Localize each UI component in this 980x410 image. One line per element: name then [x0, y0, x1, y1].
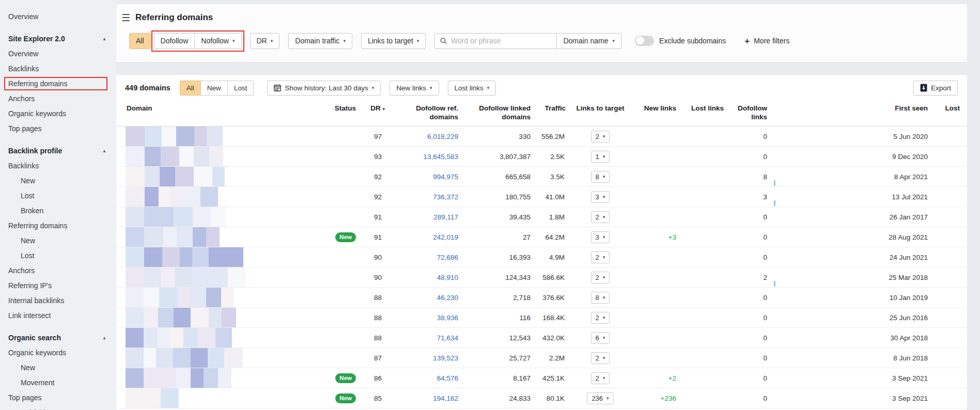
sidebar-section-backlink-profile[interactable]: Backlink profile▲ [8, 144, 110, 159]
sidebar-item-broken[interactable]: Broken [8, 203, 110, 218]
domain-cell[interactable] [116, 348, 323, 368]
dofollow-ref-domains-cell[interactable]: 38,936 [385, 308, 458, 328]
sidebar-item-movement[interactable]: Movement [8, 375, 110, 390]
tab-all[interactable]: All [180, 81, 201, 96]
exclude-subdomains-toggle[interactable] [635, 36, 654, 46]
collapse-up-icon[interactable]: ▲ [102, 330, 106, 345]
lost-links-button[interactable]: Lost links ▾ [448, 81, 496, 96]
search-box[interactable] [435, 34, 556, 49]
filter-dr-button[interactable]: DR ▾ [250, 33, 280, 49]
dofollow-ref-domains-cell[interactable]: 289,117 [385, 207, 458, 227]
col-lost-links[interactable]: Lost links [679, 99, 726, 127]
domain-cell[interactable] [116, 207, 323, 227]
ref-domains-link[interactable]: 72,686 [437, 254, 458, 261]
links-to-target-dropdown[interactable]: 6▾ [591, 332, 610, 344]
dofollow-ref-domains-cell[interactable]: 6,018,229 [385, 127, 458, 147]
sidebar-item-overview[interactable]: Overview [8, 46, 110, 61]
sidebar-item-internal-backlinks[interactable]: Internal backlinks [8, 293, 110, 308]
export-button[interactable]: Export [913, 81, 958, 96]
ref-domains-link[interactable]: 64,576 [437, 374, 458, 382]
filter-dofollow-button[interactable]: Dofollow [154, 33, 195, 49]
domain-cell[interactable] [116, 328, 323, 348]
filter-all-button[interactable]: All [129, 33, 151, 49]
links-to-target-dropdown[interactable]: 2▾ [591, 131, 610, 143]
tab-lost[interactable]: Lost [227, 81, 254, 96]
show-history-button[interactable]: Show history: Last 30 days ▾ [267, 81, 381, 96]
sidebar-item-lost[interactable]: Lost [8, 248, 110, 263]
search-input[interactable] [451, 37, 551, 45]
ref-domains-link[interactable]: 194,162 [433, 395, 458, 402]
ref-domains-link[interactable]: 13,645,583 [423, 153, 458, 161]
dofollow-ref-domains-cell[interactable]: 71,634 [385, 328, 458, 348]
domain-cell[interactable] [116, 288, 323, 308]
filter-nofollow-button[interactable]: Nofollow ▾ [194, 33, 241, 49]
dofollow-ref-domains-cell[interactable]: 994,975 [385, 167, 458, 187]
filter-links-to-target-button[interactable]: Links to target ▾ [361, 33, 426, 49]
ref-domains-link[interactable]: 46,230 [437, 294, 458, 302]
links-to-target-dropdown[interactable]: 2▾ [591, 372, 610, 384]
col-new-links[interactable]: New links [633, 99, 679, 127]
sidebar-item-top-subfolders[interactable]: Top subfolders [8, 405, 110, 410]
links-to-target-dropdown[interactable]: 2▾ [591, 352, 610, 364]
ref-domains-link[interactable]: 289,117 [433, 213, 458, 221]
collapse-up-icon[interactable]: ▲ [102, 144, 106, 159]
ref-domains-link[interactable]: 139,523 [433, 354, 458, 362]
sidebar-section-organic-search[interactable]: Organic search▲ [8, 330, 110, 345]
sidebar-item-new[interactable]: New [8, 233, 110, 248]
dofollow-ref-domains-cell[interactable]: 736,372 [385, 187, 458, 207]
links-to-target-dropdown[interactable]: 236▾ [587, 392, 613, 404]
col-dofollow-linked-domains[interactable]: Dofollow linked domains [458, 99, 531, 127]
sidebar-item-top-pages[interactable]: Top pages [8, 121, 110, 136]
col-traffic[interactable]: Traffic [531, 99, 568, 127]
collapse-up-icon[interactable]: ▲ [102, 31, 106, 46]
sidebar-item-anchors[interactable]: Anchors [8, 263, 110, 278]
links-to-target-dropdown[interactable]: 2▾ [591, 312, 610, 324]
col-links-to-target[interactable]: Links to target [568, 99, 633, 127]
ref-domains-link[interactable]: 736,372 [433, 193, 458, 201]
sidebar-item-organic-keywords[interactable]: Organic keywords [8, 106, 110, 121]
sidebar-item-backlinks[interactable]: Backlinks [8, 159, 110, 174]
ref-domains-link[interactable]: 38,936 [437, 314, 458, 322]
sidebar-item-referring-domains[interactable]: Referring domains [8, 76, 110, 91]
domain-cell[interactable] [116, 388, 323, 408]
dofollow-ref-domains-cell[interactable]: 242,019 [385, 227, 458, 247]
domain-cell[interactable] [116, 308, 323, 328]
sidebar-item-top-pages[interactable]: Top pages [8, 390, 110, 405]
col-first-seen[interactable]: First seen [773, 99, 928, 127]
dofollow-ref-domains-cell[interactable]: 139,523 [385, 348, 458, 368]
col-dr[interactable]: DR ▾ [356, 99, 385, 127]
dofollow-ref-domains-cell[interactable]: 46,230 [385, 288, 458, 308]
new-links-button[interactable]: New links ▾ [390, 81, 439, 96]
sidebar-item-lost[interactable]: Lost [8, 188, 110, 203]
hamburger-menu-icon[interactable]: ☰ [121, 13, 130, 23]
col-status[interactable]: Status [323, 99, 356, 127]
links-to-target-dropdown[interactable]: 3▾ [591, 191, 610, 203]
sidebar-item-backlinks[interactable]: Backlinks [8, 61, 110, 76]
sidebar-item-new[interactable]: New [8, 360, 110, 375]
sidebar-item-new[interactable]: New [8, 174, 110, 188]
col-domain[interactable]: Domain [116, 99, 323, 127]
links-to-target-dropdown[interactable]: 3▾ [591, 231, 610, 243]
sidebar-item-organic-keywords[interactable]: Organic keywords [8, 345, 110, 360]
domain-cell[interactable] [116, 127, 323, 147]
tab-new[interactable]: New [200, 81, 228, 96]
domain-cell[interactable] [116, 247, 323, 267]
links-to-target-dropdown[interactable]: 2▾ [591, 251, 610, 263]
domain-cell[interactable] [116, 368, 323, 388]
dofollow-ref-domains-cell[interactable]: 13,645,583 [385, 147, 458, 167]
more-filters-button[interactable]: + More filters [744, 37, 789, 45]
links-to-target-dropdown[interactable]: 2▾ [591, 272, 610, 283]
filter-domain-traffic-button[interactable]: Domain traffic ▾ [288, 33, 352, 49]
col-dofollow-links[interactable]: Dofollow links [726, 99, 773, 127]
domain-cell[interactable] [116, 167, 323, 187]
links-to-target-dropdown[interactable]: 2▾ [591, 211, 610, 223]
dofollow-ref-domains-cell[interactable]: 72,686 [385, 247, 458, 267]
sidebar-item-referring-ip-s[interactable]: Referring IP's [8, 278, 110, 293]
ref-domains-link[interactable]: 48,910 [437, 274, 458, 281]
sidebar-item-link-intersect[interactable]: Link intersect [8, 308, 110, 323]
dofollow-ref-domains-cell[interactable]: 48,910 [385, 267, 458, 288]
links-to-target-dropdown[interactable]: 8▾ [591, 171, 610, 183]
search-mode-dropdown[interactable]: Domain name ▾ [556, 34, 621, 49]
links-to-target-dropdown[interactable]: 8▾ [591, 292, 610, 304]
col-dofollow-ref-domains[interactable]: Dofollow ref. domains [385, 99, 458, 127]
